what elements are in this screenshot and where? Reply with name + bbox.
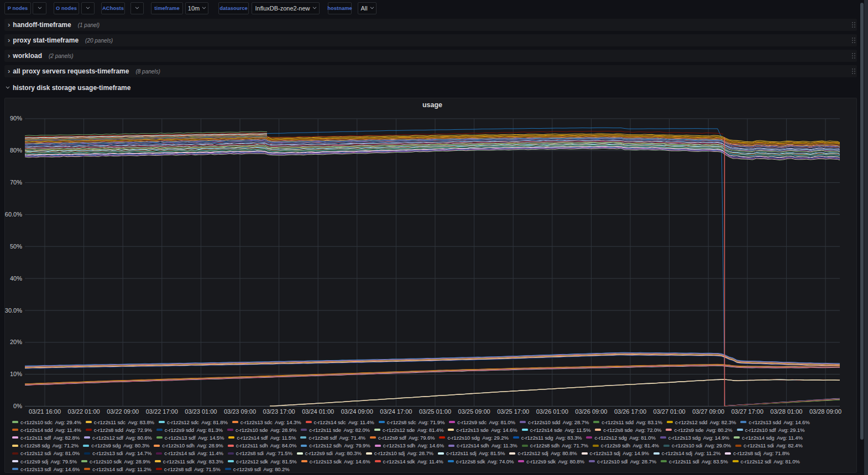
svg-text:03/24 09:00: 03/24 09:00 bbox=[341, 408, 373, 415]
svg-text:03/28 09:00: 03/28 09:00 bbox=[809, 408, 841, 415]
svg-text:03/26 01:00: 03/26 01:00 bbox=[536, 408, 568, 415]
svg-text:20%: 20% bbox=[10, 339, 22, 345]
svg-text:03/25 01:00: 03/25 01:00 bbox=[419, 408, 451, 415]
svg-text:03/26 17:00: 03/26 17:00 bbox=[614, 408, 646, 415]
svg-text:90%: 90% bbox=[10, 115, 22, 122]
svg-text:80%: 80% bbox=[10, 147, 22, 154]
svg-text:60.0%: 60.0% bbox=[5, 211, 22, 218]
svg-text:03/27 09:00: 03/27 09:00 bbox=[692, 408, 724, 415]
svg-text:03/24 17:00: 03/24 17:00 bbox=[380, 408, 412, 415]
svg-text:03/22 17:00: 03/22 17:00 bbox=[146, 408, 178, 415]
svg-text:03/25 09:00: 03/25 09:00 bbox=[458, 408, 490, 415]
svg-text:03/25 17:00: 03/25 17:00 bbox=[497, 408, 529, 415]
svg-text:50%: 50% bbox=[10, 243, 22, 250]
svg-text:30.0%: 30.0% bbox=[5, 307, 22, 314]
svg-text:03/23 01:00: 03/23 01:00 bbox=[185, 408, 217, 415]
svg-text:03/27 01:00: 03/27 01:00 bbox=[653, 408, 686, 415]
svg-text:03/27 17:00: 03/27 17:00 bbox=[731, 408, 764, 415]
svg-text:03/23 09:00: 03/23 09:00 bbox=[224, 408, 256, 415]
svg-text:03/26 09:00: 03/26 09:00 bbox=[575, 408, 607, 415]
svg-text:10%: 10% bbox=[10, 371, 22, 377]
svg-text:40%: 40% bbox=[10, 275, 22, 282]
svg-text:0%: 0% bbox=[13, 403, 22, 409]
svg-text:03/22 01:00: 03/22 01:00 bbox=[68, 408, 100, 415]
svg-text:03/21 16:00: 03/21 16:00 bbox=[29, 408, 61, 415]
svg-text:03/24 01:00: 03/24 01:00 bbox=[302, 408, 334, 415]
svg-text:03/23 17:00: 03/23 17:00 bbox=[263, 408, 295, 415]
svg-text:70%: 70% bbox=[10, 179, 22, 186]
svg-text:03/28 01:00: 03/28 01:00 bbox=[770, 408, 802, 415]
svg-text:03/22 09:00: 03/22 09:00 bbox=[107, 408, 139, 415]
